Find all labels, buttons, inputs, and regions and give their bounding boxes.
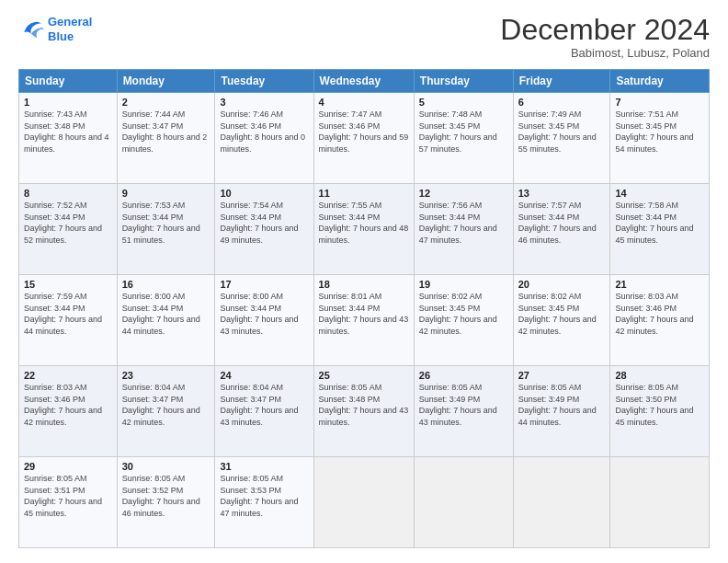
day-number: 10 <box>220 188 308 199</box>
col-tuesday: Tuesday <box>215 70 313 93</box>
day-info: Sunrise: 8:05 AMSunset: 3:51 PMDaylight:… <box>24 473 112 519</box>
day-number: 18 <box>319 279 409 290</box>
calendar-cell: 16 Sunrise: 8:00 AMSunset: 3:44 PMDaylig… <box>117 275 215 366</box>
calendar-table: Sunday Monday Tuesday Wednesday Thursday… <box>18 69 710 548</box>
day-number: 31 <box>220 461 308 472</box>
day-number: 15 <box>24 279 112 290</box>
calendar-cell: 4 Sunrise: 7:47 AMSunset: 3:46 PMDayligh… <box>313 93 414 184</box>
day-number: 21 <box>615 279 704 290</box>
calendar-cell: 22 Sunrise: 8:03 AMSunset: 3:46 PMDaylig… <box>19 366 118 457</box>
day-number: 3 <box>220 97 308 108</box>
calendar-cell: 5 Sunrise: 7:48 AMSunset: 3:45 PMDayligh… <box>414 93 513 184</box>
day-number: 19 <box>419 279 508 290</box>
calendar-cell: 1 Sunrise: 7:43 AMSunset: 3:48 PMDayligh… <box>19 93 118 184</box>
header-row: Sunday Monday Tuesday Wednesday Thursday… <box>19 70 710 93</box>
day-info: Sunrise: 7:49 AMSunset: 3:45 PMDaylight:… <box>518 109 606 155</box>
day-info: Sunrise: 7:58 AMSunset: 3:44 PMDaylight:… <box>615 200 704 246</box>
day-info: Sunrise: 7:46 AMSunset: 3:46 PMDaylight:… <box>220 109 308 155</box>
col-monday: Monday <box>117 70 215 93</box>
month-title: December 2024 <box>500 15 710 44</box>
calendar-week-4: 22 Sunrise: 8:03 AMSunset: 3:46 PMDaylig… <box>19 366 710 457</box>
day-info: Sunrise: 8:02 AMSunset: 3:45 PMDaylight:… <box>419 291 508 337</box>
col-sunday: Sunday <box>19 70 118 93</box>
day-number: 8 <box>24 188 112 199</box>
header: General Blue December 2024 Babimost, Lub… <box>18 15 710 60</box>
page: General Blue December 2024 Babimost, Lub… <box>0 0 728 563</box>
day-info: Sunrise: 7:54 AMSunset: 3:44 PMDaylight:… <box>220 200 308 246</box>
day-number: 2 <box>122 97 210 108</box>
day-number: 1 <box>24 97 112 108</box>
calendar-week-5: 29 Sunrise: 8:05 AMSunset: 3:51 PMDaylig… <box>19 457 710 548</box>
col-wednesday: Wednesday <box>313 70 414 93</box>
calendar-cell: 27 Sunrise: 8:05 AMSunset: 3:49 PMDaylig… <box>513 366 610 457</box>
day-info: Sunrise: 8:00 AMSunset: 3:44 PMDaylight:… <box>220 291 308 337</box>
day-number: 9 <box>122 188 210 199</box>
calendar-week-1: 1 Sunrise: 7:43 AMSunset: 3:48 PMDayligh… <box>19 93 710 184</box>
calendar-cell: 14 Sunrise: 7:58 AMSunset: 3:44 PMDaylig… <box>610 184 710 275</box>
day-number: 28 <box>615 370 704 381</box>
day-number: 25 <box>319 370 409 381</box>
day-info: Sunrise: 8:05 AMSunset: 3:50 PMDaylight:… <box>615 382 704 428</box>
calendar-cell: 30 Sunrise: 8:05 AMSunset: 3:52 PMDaylig… <box>117 457 215 548</box>
calendar-cell: 11 Sunrise: 7:55 AMSunset: 3:44 PMDaylig… <box>313 184 414 275</box>
day-number: 30 <box>122 461 210 472</box>
calendar-cell: 8 Sunrise: 7:52 AMSunset: 3:44 PMDayligh… <box>19 184 118 275</box>
day-info: Sunrise: 8:04 AMSunset: 3:47 PMDaylight:… <box>122 382 210 428</box>
logo-line2: Blue <box>48 29 74 43</box>
day-number: 16 <box>122 279 210 290</box>
calendar-cell: 9 Sunrise: 7:53 AMSunset: 3:44 PMDayligh… <box>117 184 215 275</box>
calendar-week-3: 15 Sunrise: 7:59 AMSunset: 3:44 PMDaylig… <box>19 275 710 366</box>
day-info: Sunrise: 8:03 AMSunset: 3:46 PMDaylight:… <box>24 382 112 428</box>
day-number: 29 <box>24 461 112 472</box>
calendar-cell: 12 Sunrise: 7:56 AMSunset: 3:44 PMDaylig… <box>414 184 513 275</box>
day-number: 22 <box>24 370 112 381</box>
calendar-cell: 13 Sunrise: 7:57 AMSunset: 3:44 PMDaylig… <box>513 184 610 275</box>
calendar-cell: 20 Sunrise: 8:02 AMSunset: 3:45 PMDaylig… <box>513 275 610 366</box>
day-number: 14 <box>615 188 704 199</box>
calendar-cell: 3 Sunrise: 7:46 AMSunset: 3:46 PMDayligh… <box>215 93 313 184</box>
calendar-cell <box>313 457 414 548</box>
day-info: Sunrise: 8:05 AMSunset: 3:49 PMDaylight:… <box>419 382 508 428</box>
calendar-cell <box>414 457 513 548</box>
logo-bird-icon <box>18 17 44 42</box>
day-info: Sunrise: 7:43 AMSunset: 3:48 PMDaylight:… <box>24 109 112 155</box>
calendar-cell: 28 Sunrise: 8:05 AMSunset: 3:50 PMDaylig… <box>610 366 710 457</box>
calendar-cell: 31 Sunrise: 8:05 AMSunset: 3:53 PMDaylig… <box>215 457 313 548</box>
calendar-cell: 2 Sunrise: 7:44 AMSunset: 3:47 PMDayligh… <box>117 93 215 184</box>
calendar-cell: 19 Sunrise: 8:02 AMSunset: 3:45 PMDaylig… <box>414 275 513 366</box>
day-info: Sunrise: 8:05 AMSunset: 3:48 PMDaylight:… <box>319 382 409 428</box>
calendar-cell: 6 Sunrise: 7:49 AMSunset: 3:45 PMDayligh… <box>513 93 610 184</box>
day-info: Sunrise: 8:00 AMSunset: 3:44 PMDaylight:… <box>122 291 210 337</box>
logo: General Blue <box>18 15 92 43</box>
day-info: Sunrise: 8:02 AMSunset: 3:45 PMDaylight:… <box>518 291 606 337</box>
day-number: 11 <box>319 188 409 199</box>
day-number: 24 <box>220 370 308 381</box>
day-info: Sunrise: 8:01 AMSunset: 3:44 PMDaylight:… <box>319 291 409 337</box>
day-info: Sunrise: 8:03 AMSunset: 3:46 PMDaylight:… <box>615 291 704 337</box>
day-number: 13 <box>518 188 606 199</box>
calendar-cell: 25 Sunrise: 8:05 AMSunset: 3:48 PMDaylig… <box>313 366 414 457</box>
day-number: 20 <box>518 279 606 290</box>
calendar-cell: 21 Sunrise: 8:03 AMSunset: 3:46 PMDaylig… <box>610 275 710 366</box>
calendar-cell <box>513 457 610 548</box>
calendar-cell: 15 Sunrise: 7:59 AMSunset: 3:44 PMDaylig… <box>19 275 118 366</box>
calendar-cell: 29 Sunrise: 8:05 AMSunset: 3:51 PMDaylig… <box>19 457 118 548</box>
day-number: 23 <box>122 370 210 381</box>
day-info: Sunrise: 7:44 AMSunset: 3:47 PMDaylight:… <box>122 109 210 155</box>
day-number: 5 <box>419 97 508 108</box>
col-thursday: Thursday <box>414 70 513 93</box>
day-info: Sunrise: 7:51 AMSunset: 3:45 PMDaylight:… <box>615 109 704 155</box>
logo-line1: General <box>48 15 92 29</box>
day-info: Sunrise: 7:55 AMSunset: 3:44 PMDaylight:… <box>319 200 409 246</box>
day-info: Sunrise: 7:57 AMSunset: 3:44 PMDaylight:… <box>518 200 606 246</box>
calendar-cell: 26 Sunrise: 8:05 AMSunset: 3:49 PMDaylig… <box>414 366 513 457</box>
col-saturday: Saturday <box>610 70 710 93</box>
day-info: Sunrise: 8:05 AMSunset: 3:52 PMDaylight:… <box>122 473 210 519</box>
calendar-cell: 7 Sunrise: 7:51 AMSunset: 3:45 PMDayligh… <box>610 93 710 184</box>
calendar-cell: 10 Sunrise: 7:54 AMSunset: 3:44 PMDaylig… <box>215 184 313 275</box>
calendar-cell: 18 Sunrise: 8:01 AMSunset: 3:44 PMDaylig… <box>313 275 414 366</box>
day-info: Sunrise: 8:05 AMSunset: 3:49 PMDaylight:… <box>518 382 606 428</box>
day-info: Sunrise: 7:47 AMSunset: 3:46 PMDaylight:… <box>319 109 409 155</box>
day-info: Sunrise: 8:05 AMSunset: 3:53 PMDaylight:… <box>220 473 308 519</box>
day-info: Sunrise: 7:48 AMSunset: 3:45 PMDaylight:… <box>419 109 508 155</box>
